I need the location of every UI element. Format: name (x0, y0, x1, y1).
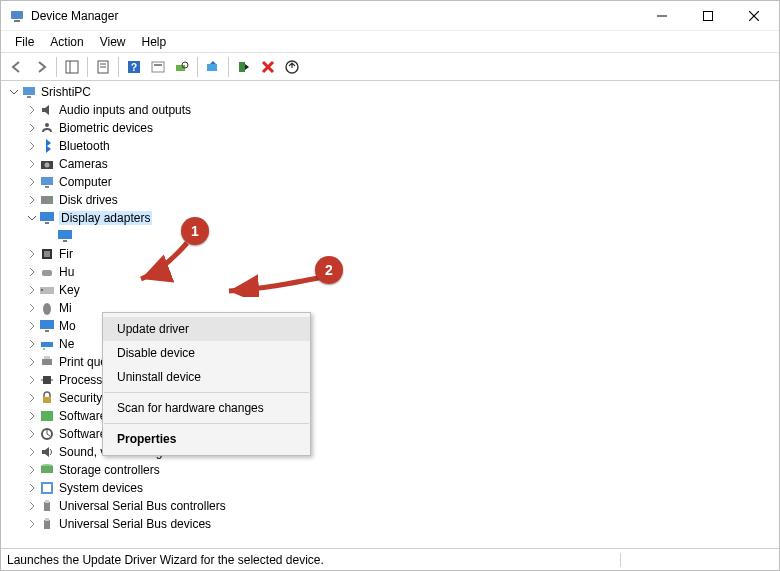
device-category-icon (39, 156, 55, 172)
device-category-icon (39, 372, 55, 388)
chevron-right-icon[interactable] (25, 283, 39, 297)
category-label: Computer (59, 175, 112, 189)
close-button[interactable] (731, 1, 777, 31)
chevron-right-icon[interactable] (25, 445, 39, 459)
device-category-icon (39, 120, 55, 136)
ctx-disable-device[interactable]: Disable device (103, 341, 310, 365)
device-category-icon (39, 246, 55, 262)
disable-device-icon[interactable] (256, 55, 280, 79)
chevron-right-icon[interactable] (25, 175, 39, 189)
chevron-right-icon[interactable] (25, 391, 39, 405)
ctx-update-driver[interactable]: Update driver (103, 317, 310, 341)
device-category-icon (39, 444, 55, 460)
separator (104, 423, 309, 424)
chevron-right-icon[interactable] (25, 517, 39, 531)
chevron-right-icon[interactable] (25, 355, 39, 369)
properties-icon[interactable] (91, 55, 115, 79)
maximize-button[interactable] (685, 1, 731, 31)
category-item[interactable]: System devices (25, 479, 779, 497)
enable-device-icon[interactable] (232, 55, 256, 79)
svg-rect-13 (152, 62, 164, 72)
chevron-right-icon[interactable] (25, 337, 39, 351)
svg-rect-37 (42, 270, 52, 276)
device-category-icon (39, 264, 55, 280)
forward-icon[interactable] (29, 55, 53, 79)
menu-action[interactable]: Action (42, 33, 91, 51)
callout-arrow-icon (223, 273, 327, 297)
uninstall-device-icon[interactable] (280, 55, 304, 79)
svg-rect-34 (63, 240, 67, 242)
action-icon[interactable] (146, 55, 170, 79)
svg-rect-29 (41, 196, 53, 204)
device-category-icon (39, 354, 55, 370)
chevron-right-icon[interactable] (25, 409, 39, 423)
chevron-down-icon[interactable] (7, 85, 21, 99)
menu-help[interactable]: Help (134, 33, 175, 51)
category-item[interactable]: Computer (25, 173, 779, 191)
menu-file[interactable]: File (7, 33, 42, 51)
chevron-right-icon[interactable] (25, 139, 39, 153)
category-label: Cameras (59, 157, 108, 171)
device-category-icon (39, 192, 55, 208)
tree-root[interactable]: SrishtiPC (7, 83, 779, 101)
device-category-icon (39, 408, 55, 424)
category-label: Mo (59, 319, 76, 333)
chevron-right-icon[interactable] (25, 247, 39, 261)
category-item[interactable]: Universal Serial Bus devices (25, 515, 779, 533)
svg-rect-51 (41, 411, 53, 421)
display-device-icon (57, 228, 73, 244)
chevron-right-icon[interactable] (25, 265, 39, 279)
category-item[interactable]: Cameras (25, 155, 779, 173)
ctx-uninstall-device[interactable]: Uninstall device (103, 365, 310, 389)
titlebar: Device Manager (1, 1, 779, 31)
device-category-icon (39, 498, 55, 514)
category-item[interactable]: Display adapters (25, 209, 779, 227)
device-category-icon (39, 390, 55, 406)
ctx-scan-hardware[interactable]: Scan for hardware changes (103, 396, 310, 420)
chevron-right-icon[interactable] (25, 157, 39, 171)
chevron-right-icon[interactable] (25, 427, 39, 441)
category-item[interactable]: Bluetooth (25, 137, 779, 155)
menu-view[interactable]: View (92, 33, 134, 51)
category-label: Key (59, 283, 80, 297)
help-icon[interactable]: ? (122, 55, 146, 79)
svg-rect-47 (43, 376, 51, 384)
svg-rect-57 (44, 502, 50, 511)
show-hide-tree-icon[interactable] (60, 55, 84, 79)
category-label: Hu (59, 265, 74, 279)
category-item[interactable]: Disk drives (25, 191, 779, 209)
category-item[interactable]: Storage controllers (25, 461, 779, 479)
chevron-right-icon[interactable] (25, 499, 39, 513)
device-manager-icon (9, 8, 25, 24)
svg-rect-23 (27, 96, 31, 98)
chevron-right-icon[interactable] (25, 463, 39, 477)
chevron-right-icon[interactable] (25, 103, 39, 117)
category-label: Display adapters (59, 211, 152, 225)
chevron-right-icon[interactable] (25, 373, 39, 387)
category-item[interactable]: Biometric devices (25, 119, 779, 137)
category-item[interactable]: Universal Serial Bus controllers (25, 497, 779, 515)
back-icon[interactable] (5, 55, 29, 79)
device-category-icon (39, 480, 55, 496)
device-category-icon (39, 426, 55, 442)
svg-rect-58 (45, 500, 49, 503)
scan-icon[interactable] (170, 55, 194, 79)
category-item[interactable]: Key (25, 281, 779, 299)
chevron-right-icon[interactable] (25, 121, 39, 135)
category-item[interactable]: Audio inputs and outputs (25, 101, 779, 119)
chevron-down-icon[interactable] (25, 211, 39, 225)
svg-rect-0 (11, 11, 23, 19)
svg-rect-1 (14, 20, 20, 22)
update-driver-icon[interactable] (201, 55, 225, 79)
chevron-right-icon[interactable] (25, 481, 39, 495)
svg-rect-18 (239, 62, 245, 72)
callout-badge-2: 2 (315, 256, 343, 284)
svg-rect-6 (66, 61, 78, 73)
svg-rect-56 (43, 484, 51, 492)
chevron-right-icon[interactable] (25, 319, 39, 333)
category-label: System devices (59, 481, 143, 495)
ctx-properties[interactable]: Properties (103, 427, 310, 451)
minimize-button[interactable] (639, 1, 685, 31)
chevron-right-icon[interactable] (25, 193, 39, 207)
chevron-right-icon[interactable] (25, 301, 39, 315)
